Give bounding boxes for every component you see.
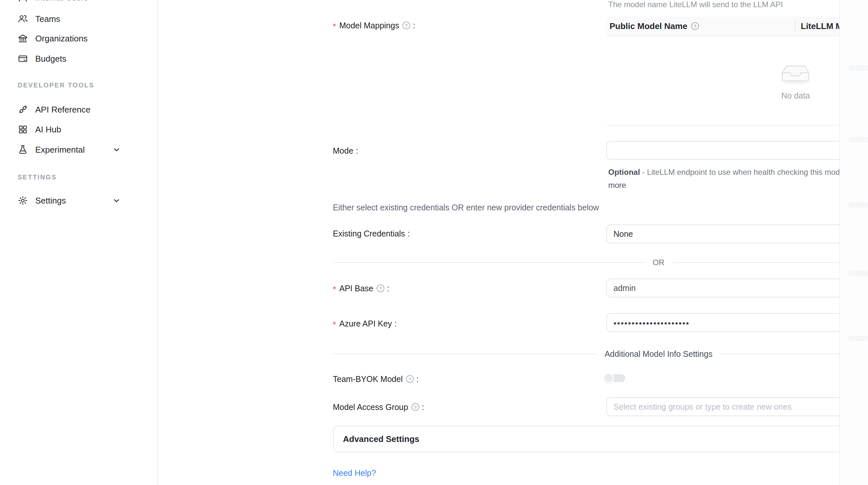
sidebar-section-settings: SETTINGS <box>18 173 57 181</box>
table-bottom-border <box>606 125 868 126</box>
sidebar-item-settings[interactable]: Settings <box>0 192 158 209</box>
sidebar: Internal Users Teams Organizations <box>0 0 158 485</box>
toggle-knob <box>603 373 614 384</box>
existing-credentials-select[interactable]: None <box>606 224 868 243</box>
credit-card-icon <box>18 54 28 64</box>
sidebar-item-experimental[interactable]: Experimental <box>0 141 158 158</box>
azure-api-key-label: * Azure API Key : <box>333 318 397 329</box>
chevron-down-icon <box>112 196 121 205</box>
sidebar-item-organizations[interactable]: Organizations <box>0 30 158 47</box>
sidebar-item-label: Teams <box>35 14 60 24</box>
empty-text: No data <box>781 91 810 100</box>
help-question-icon[interactable] <box>406 375 414 383</box>
sidebar-item-label: AI Hub <box>35 125 61 135</box>
required-marker: * <box>333 285 336 294</box>
api-base-input[interactable]: admin <box>606 279 868 297</box>
sidebar-item-label: Settings <box>35 196 66 206</box>
model-mappings-label: * Model Mappings : <box>333 20 415 31</box>
flask-icon <box>18 144 28 155</box>
help-question-icon[interactable] <box>411 403 419 411</box>
model-name-description: The model name LiteLLM will send to the … <box>608 0 783 9</box>
chevron-down-icon <box>112 146 121 154</box>
sidebar-item-api-reference[interactable]: API Reference <box>0 101 158 118</box>
table-header-row: Public Model Name LiteLLM Model Name <box>606 17 868 36</box>
required-marker: * <box>333 320 336 329</box>
help-question-icon[interactable] <box>377 284 384 292</box>
team-byok-label: Team-BYOK Model : <box>333 374 418 384</box>
sidebar-item-label: API Reference <box>35 105 90 115</box>
gear-icon <box>18 195 28 206</box>
mode-help-text: Optional - LiteLLM endpoint to use when … <box>608 166 868 192</box>
api-plug-icon <box>18 104 28 115</box>
team-icon <box>18 14 28 24</box>
bank-icon <box>18 33 28 44</box>
azure-api-key-input[interactable]: ••••••••••••••••••••• <box>606 313 868 332</box>
mode-label: Mode : <box>333 146 358 156</box>
sidebar-section-developer-tools: DEVELOPER TOOLS <box>18 82 94 89</box>
empty-state: No data <box>606 36 868 125</box>
add-model-page: Internal Users Teams Organizations <box>0 0 868 485</box>
existing-credentials-label: Existing Credentials : <box>333 228 410 239</box>
sidebar-item-label: Budgets <box>35 54 66 64</box>
additional-settings-divider: Additional Model Info Settings <box>333 349 868 359</box>
model-access-group-label: Model Access Group : <box>333 402 424 412</box>
add-model-form: The model name LiteLLM will send to the … <box>159 0 868 485</box>
empty-inbox-icon <box>779 61 812 87</box>
sidebar-item-ai-hub[interactable]: AI Hub <box>0 121 158 138</box>
sidebar-item-budgets[interactable]: Budgets <box>0 50 158 67</box>
credentials-note: Either select existing credentials OR en… <box>333 203 599 212</box>
advanced-settings-collapse[interactable]: Advanced Settings <box>333 426 868 452</box>
background-strip <box>840 0 868 485</box>
sidebar-item-teams[interactable]: Teams <box>0 10 158 27</box>
mode-select[interactable] <box>606 141 868 160</box>
user-icon <box>18 0 28 3</box>
team-byok-toggle[interactable] <box>604 374 625 382</box>
help-question-icon[interactable] <box>691 22 699 30</box>
model-access-group-select[interactable]: Select existing groups or type to create… <box>606 397 868 416</box>
masked-password-value: ••••••••••••••••••••• <box>614 318 689 328</box>
advanced-settings-title: Advanced Settings <box>343 434 419 444</box>
help-question-icon[interactable] <box>402 22 410 29</box>
sidebar-item-label: Internal Users <box>35 0 88 3</box>
required-marker: * <box>333 22 336 31</box>
sidebar-item-internal-users[interactable]: Internal Users <box>0 0 158 6</box>
need-help-link[interactable]: Need Help? <box>333 468 376 478</box>
grid-icon <box>18 124 28 135</box>
or-divider: OR <box>333 258 868 267</box>
model-mappings-table: Public Model Name LiteLLM Model Name No … <box>606 17 868 126</box>
sidebar-item-label: Experimental <box>35 145 85 155</box>
column-divider <box>795 21 796 32</box>
column-header-public-model-name: Public Model Name <box>606 21 795 31</box>
api-base-label: * API Base : <box>333 283 389 294</box>
sidebar-item-label: Organizations <box>35 34 88 44</box>
